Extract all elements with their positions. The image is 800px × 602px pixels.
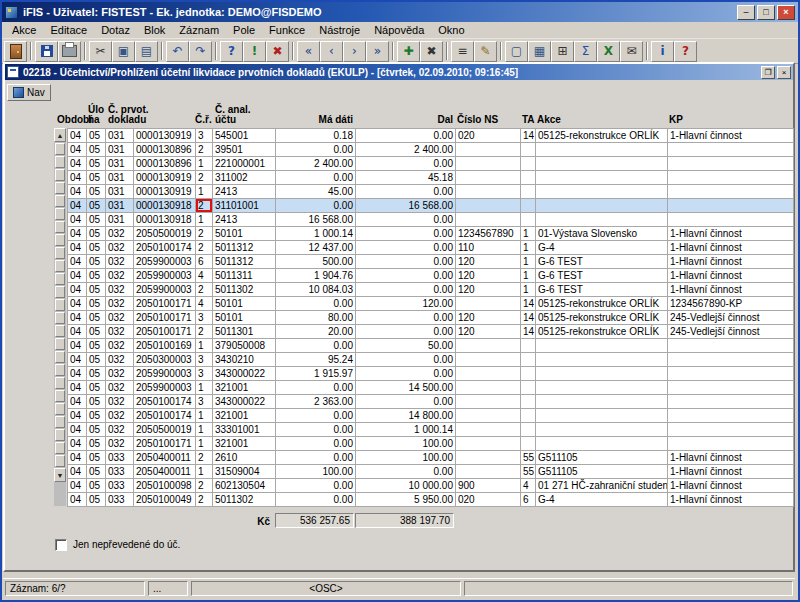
cell-obdobi[interactable]: 04	[68, 493, 87, 507]
cell-dal[interactable]: 0.00	[356, 241, 456, 255]
scroll-down-button[interactable]: ▼	[54, 468, 66, 482]
cell-ucet[interactable]: 39501	[213, 143, 276, 157]
cell-obdobi[interactable]: 04	[68, 367, 87, 381]
cell-doklad[interactable]: 2050300003	[134, 353, 196, 367]
cell-ns[interactable]	[456, 143, 521, 157]
cell-dal[interactable]: 0.00	[356, 465, 456, 479]
scroll-up-button[interactable]: ▲	[54, 128, 66, 142]
record-scrollbar[interactable]: ▲▼	[54, 128, 66, 506]
cell-doklad[interactable]: 0000130918	[134, 213, 196, 227]
cell-akce[interactable]: G-6 TEST	[536, 269, 668, 283]
cell-uloha[interactable]: 05	[87, 227, 106, 241]
menu-item-zaznam[interactable]: Záznam	[172, 23, 226, 37]
cell-obdobi[interactable]: 04	[68, 339, 87, 353]
cell-doklad[interactable]: 2050500019	[134, 227, 196, 241]
cell-kp[interactable]: 1-Hlavní činnost	[668, 479, 794, 493]
cell-ucet[interactable]: 5011311	[213, 269, 276, 283]
cell-uloha[interactable]: 05	[87, 199, 106, 213]
next-record-button[interactable]: ›	[343, 41, 366, 62]
cell-dal[interactable]: 16 568.00	[356, 199, 456, 213]
cell-ns[interactable]: 020	[456, 129, 521, 143]
cell-ta[interactable]: 55	[521, 451, 536, 465]
cell-doklad[interactable]: 2059900003	[134, 255, 196, 269]
cell-cr[interactable]: 2	[196, 325, 213, 339]
cell-ta[interactable]: 55	[521, 465, 536, 479]
cell-kp[interactable]	[668, 339, 794, 353]
cell-rada[interactable]: 032	[106, 283, 134, 297]
cell-doklad[interactable]: 2050100171	[134, 297, 196, 311]
cell-ta[interactable]	[521, 381, 536, 395]
window-list-button[interactable]: ▢	[505, 41, 528, 62]
cell-ucet[interactable]: 545001	[213, 129, 276, 143]
cell-dal[interactable]: 0.00	[356, 353, 456, 367]
cell-ns[interactable]	[456, 395, 521, 409]
cell-ns[interactable]: 1234567890	[456, 227, 521, 241]
cell-uloha[interactable]: 05	[87, 465, 106, 479]
cell-ucet[interactable]: 343000022	[213, 395, 276, 409]
cell-doklad[interactable]: 2050100174	[134, 241, 196, 255]
cell-cr[interactable]: 2	[196, 199, 213, 213]
cell-ucet[interactable]: 321001	[213, 409, 276, 423]
cell-rada[interactable]: 032	[106, 227, 134, 241]
cell-ucet[interactable]: 5011312	[213, 255, 276, 269]
sum-button[interactable]: Σ	[574, 41, 597, 62]
cell-kp[interactable]: 1234567890-KP	[668, 297, 794, 311]
cell-dal[interactable]: 120.00	[356, 297, 456, 311]
cell-dal[interactable]: 45.18	[356, 171, 456, 185]
cell-rada[interactable]: 031	[106, 129, 134, 143]
cell-ns[interactable]	[456, 423, 521, 437]
cell-uloha[interactable]: 05	[87, 423, 106, 437]
cell-akce[interactable]	[536, 423, 668, 437]
cell-doklad[interactable]: 0000130918	[134, 199, 196, 213]
cell-doklad[interactable]: 2059900003	[134, 381, 196, 395]
cell-kp[interactable]	[668, 171, 794, 185]
cell-akce[interactable]	[536, 171, 668, 185]
cell-rada[interactable]: 032	[106, 409, 134, 423]
cell-md[interactable]: 0.00	[276, 381, 356, 395]
menu-item-pole[interactable]: Pole	[226, 23, 262, 37]
cell-dal[interactable]: 10 000.00	[356, 479, 456, 493]
cell-md[interactable]: 0.00	[276, 339, 356, 353]
cell-md[interactable]: 10 084.03	[276, 283, 356, 297]
cell-md[interactable]: 1 915.97	[276, 367, 356, 381]
cell-rada[interactable]: 031	[106, 199, 134, 213]
cell-ta[interactable]: 14	[521, 129, 536, 143]
cell-ucet[interactable]: 602130504	[213, 479, 276, 493]
mdi-close-button[interactable]: ×	[777, 66, 791, 79]
cell-cr[interactable]: 2	[196, 479, 213, 493]
cell-rada[interactable]: 031	[106, 185, 134, 199]
cell-ns[interactable]	[456, 185, 521, 199]
cell-obdobi[interactable]: 04	[68, 143, 87, 157]
cell-cr[interactable]: 1	[196, 381, 213, 395]
cell-akce[interactable]	[536, 367, 668, 381]
cell-md[interactable]: 0.00	[276, 423, 356, 437]
cell-obdobi[interactable]: 04	[68, 269, 87, 283]
cell-md[interactable]: 0.00	[276, 479, 356, 493]
mdi-restore-button[interactable]: ❐	[761, 66, 775, 79]
cell-doklad[interactable]: 2050100171	[134, 311, 196, 325]
cell-dal[interactable]: 0.00	[356, 311, 456, 325]
cell-kp[interactable]	[668, 437, 794, 451]
menu-item-nastroje[interactable]: Nástroje	[312, 23, 367, 37]
cell-uloha[interactable]: 05	[87, 339, 106, 353]
cell-ta[interactable]: 1	[521, 269, 536, 283]
cell-kp[interactable]: 1-Hlavní činnost	[668, 283, 794, 297]
cell-cr[interactable]: 2	[196, 143, 213, 157]
cell-uloha[interactable]: 05	[87, 353, 106, 367]
redo-button[interactable]: ↷	[189, 41, 212, 62]
cell-doklad[interactable]: 2050400011	[134, 465, 196, 479]
cell-rada[interactable]: 032	[106, 325, 134, 339]
cell-ns[interactable]	[456, 171, 521, 185]
cell-obdobi[interactable]: 04	[68, 283, 87, 297]
cell-dal[interactable]: 0.00	[356, 367, 456, 381]
cell-ns[interactable]	[456, 367, 521, 381]
undo-button[interactable]: ↶	[166, 41, 189, 62]
cell-ta[interactable]: 4	[521, 479, 536, 493]
cell-ucet[interactable]: 31509004	[213, 465, 276, 479]
cell-dal[interactable]: 0.00	[356, 325, 456, 339]
cell-akce[interactable]: G511105	[536, 451, 668, 465]
last-record-button[interactable]: »	[366, 41, 389, 62]
cell-akce[interactable]	[536, 157, 668, 171]
cell-dal[interactable]: 14 500.00	[356, 381, 456, 395]
cell-obdobi[interactable]: 04	[68, 395, 87, 409]
